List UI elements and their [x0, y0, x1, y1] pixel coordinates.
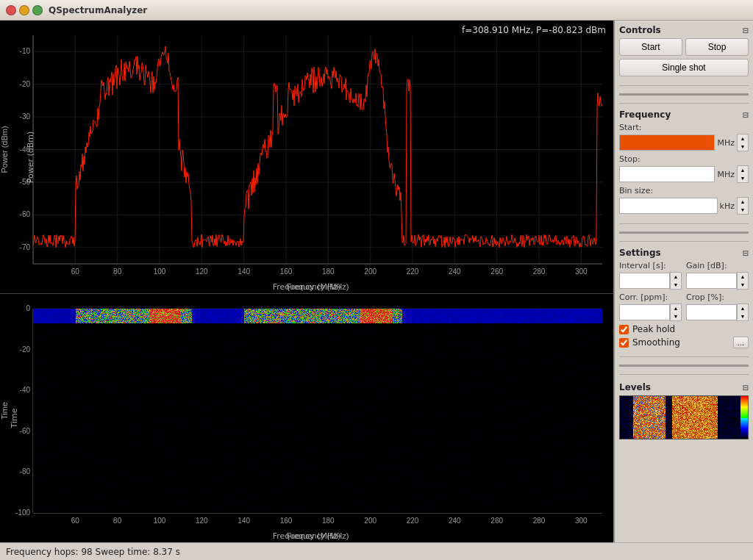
- gain-up[interactable]: ▲: [738, 273, 748, 281]
- grip-1: [619, 93, 749, 96]
- levels-label: Levels: [619, 382, 651, 392]
- corr-up[interactable]: ▲: [671, 304, 681, 312]
- stop-button[interactable]: Stop: [685, 38, 749, 56]
- stop-freq-down[interactable]: ▼: [738, 174, 748, 182]
- start-freq-field[interactable]: 50,000: [619, 134, 715, 151]
- start-button[interactable]: Start: [619, 38, 682, 56]
- gain-label: Gain [dB]:: [686, 261, 749, 270]
- frequency-header: Frequency ⊟: [619, 110, 749, 120]
- divider-2: [619, 103, 749, 104]
- crop-spinner[interactable]: ▲ ▼: [737, 304, 749, 321]
- main-layout: f=308.910 MHz, P=-80.823 dBm Power (dBm)…: [0, 21, 753, 542]
- bin-size-input: 1,000 kHz ▲ ▼: [619, 197, 749, 215]
- start-unit: MHz: [717, 138, 735, 148]
- minimize-button[interactable]: [19, 5, 29, 15]
- start-freq-input: 50,000 MHz ▲ ▼: [619, 134, 749, 151]
- bin-size-down[interactable]: ▼: [738, 206, 748, 214]
- divider-1: [619, 85, 749, 86]
- bin-size-field[interactable]: 1,000: [619, 198, 718, 214]
- status-text: Frequency hops: 98 Sweep time: 8.37 s: [6, 547, 180, 557]
- start-freq-spinner[interactable]: ▲ ▼: [737, 134, 749, 151]
- crop-input: 0 ▲ ▼: [686, 304, 749, 321]
- gain-field[interactable]: 15: [686, 273, 737, 289]
- smoothing-settings-button[interactable]: ...: [733, 337, 749, 348]
- crop-up[interactable]: ▲: [738, 304, 748, 312]
- corr-field[interactable]: 0: [619, 304, 670, 320]
- interval-spinner[interactable]: ▲ ▼: [670, 272, 682, 290]
- bin-unit: kHz: [720, 201, 735, 211]
- frequency-label: Frequency: [619, 110, 671, 120]
- smoothing-row: Smoothing ...: [619, 337, 749, 348]
- gain-spinner[interactable]: ▲ ▼: [737, 272, 749, 290]
- stop-unit: MHz: [717, 170, 735, 179]
- spectrum-chart: f=308.910 MHz, P=-80.823 dBm Power (dBm)…: [0, 21, 613, 294]
- stop-label: Stop:: [619, 154, 749, 164]
- corr-crop-row: Corr. [ppm]: 0 ▲ ▼ Crop [%]: 0 ▲: [619, 292, 749, 324]
- crop-label: Crop [%]:: [686, 292, 749, 302]
- controls-section: Controls ⊟ Start Stop Single shot: [619, 25, 749, 79]
- interval-gain-row: Interval [s]: 1,00 ▲ ▼ Gain [dB]: 15: [619, 261, 749, 292]
- levels-header: Levels ⊟: [619, 382, 749, 392]
- stop-freq-input: 300,000 MHz ▲ ▼: [619, 165, 749, 183]
- grip-3: [619, 365, 749, 367]
- interval-group: Interval [s]: 1,00 ▲ ▼: [619, 261, 682, 292]
- interval-field[interactable]: 1,00: [619, 273, 670, 289]
- stop-freq-spinner[interactable]: ▲ ▼: [737, 165, 749, 183]
- settings-icon[interactable]: ⊟: [743, 249, 749, 257]
- levels-section: Levels ⊟: [619, 382, 749, 439]
- settings-label: Settings: [619, 248, 661, 258]
- corr-input: 0 ▲ ▼: [619, 304, 682, 321]
- corr-group: Corr. [ppm]: 0 ▲ ▼: [619, 292, 682, 324]
- divider-6: [619, 374, 749, 375]
- right-panel: Controls ⊟ Start Stop Single shot Freque…: [615, 21, 753, 542]
- frequency-icon[interactable]: ⊟: [743, 111, 749, 119]
- stop-freq-up[interactable]: ▲: [738, 166, 748, 174]
- stop-freq-field[interactable]: 300,000: [619, 166, 715, 182]
- interval-up[interactable]: ▲: [671, 273, 681, 281]
- start-freq-up[interactable]: ▲: [738, 134, 748, 143]
- smoothing-checkbox[interactable]: [619, 338, 629, 348]
- controls-icon[interactable]: ⊟: [743, 26, 749, 35]
- interval-input: 1,00 ▲ ▼: [619, 272, 682, 290]
- bin-label: Bin size:: [619, 186, 749, 195]
- peak-hold-label[interactable]: Peak hold: [632, 324, 675, 334]
- divider-4: [619, 241, 749, 242]
- peak-hold-row: Peak hold: [619, 324, 749, 334]
- crop-group: Crop [%]: 0 ▲ ▼: [686, 292, 749, 324]
- gain-input: 15 ▲ ▼: [686, 272, 749, 290]
- divider-3: [619, 223, 749, 224]
- interval-label: Interval [s]:: [619, 261, 682, 270]
- peak-hold-checkbox[interactable]: [619, 325, 629, 334]
- interval-down[interactable]: ▼: [671, 281, 681, 289]
- crop-down[interactable]: ▼: [738, 312, 748, 320]
- levels-icon[interactable]: ⊟: [743, 384, 749, 392]
- title-bar: QSpectrumAnalyzer: [0, 0, 753, 21]
- divider-5: [619, 356, 749, 357]
- window-controls[interactable]: [6, 5, 43, 15]
- start-label: Start:: [619, 123, 749, 132]
- waterfall-chart: Time Frequency (MHz): [0, 294, 613, 542]
- bin-size-up[interactable]: ▲: [738, 198, 748, 206]
- corr-down[interactable]: ▼: [671, 312, 681, 320]
- controls-label: Controls: [619, 25, 661, 35]
- left-panel: f=308.910 MHz, P=-80.823 dBm Power (dBm)…: [0, 21, 615, 542]
- bin-size-spinner[interactable]: ▲ ▼: [737, 197, 749, 215]
- window-title: QSpectrumAnalyzer: [49, 5, 147, 15]
- settings-header: Settings ⊟: [619, 248, 749, 258]
- frequency-section: Frequency ⊟ Start: 50,000 MHz ▲ ▼ Stop: …: [619, 110, 749, 218]
- start-freq-down[interactable]: ▼: [738, 143, 748, 151]
- smoothing-label[interactable]: Smoothing: [632, 337, 680, 348]
- crop-field[interactable]: 0: [686, 304, 737, 320]
- single-shot-button[interactable]: Single shot: [619, 59, 749, 76]
- gain-down[interactable]: ▼: [738, 281, 748, 289]
- maximize-button[interactable]: [32, 5, 43, 15]
- levels-preview: [619, 395, 749, 439]
- corr-spinner[interactable]: ▲ ▼: [670, 304, 682, 321]
- controls-header: Controls ⊟: [619, 25, 749, 35]
- start-stop-group: Start Stop: [619, 38, 749, 56]
- gain-group: Gain [dB]: 15 ▲ ▼: [686, 261, 749, 292]
- single-shot-group: Single shot: [619, 59, 749, 76]
- corr-label: Corr. [ppm]:: [619, 292, 682, 302]
- close-button[interactable]: [6, 5, 16, 15]
- settings-section: Settings ⊟ Interval [s]: 1,00 ▲ ▼ Gain […: [619, 248, 749, 351]
